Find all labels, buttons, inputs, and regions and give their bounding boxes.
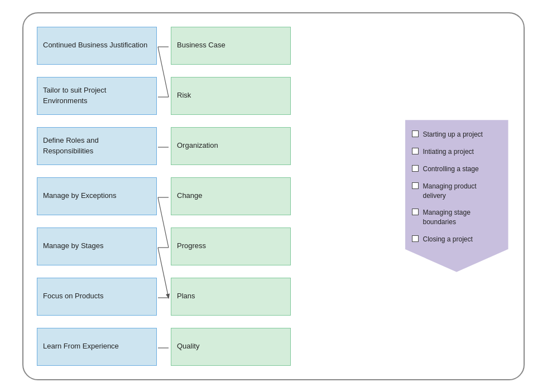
right-box-5: Plans [171, 278, 291, 316]
right-box-1: Risk [171, 77, 291, 115]
chevron-item-label: Starting up a project [423, 130, 483, 139]
left-box-5: Focus on Products [37, 278, 157, 316]
chevron-shape: Starting up a projectIntiating a project… [405, 120, 508, 272]
checkbox-icon [412, 165, 419, 172]
left-column: Continued Business JustificationTailor t… [37, 27, 165, 366]
left-box-3: Manage by Exceptions [37, 177, 157, 215]
checkbox-icon [412, 148, 419, 154]
chevron-item-4: Managing stage boundaries [412, 208, 500, 227]
right-box-6: Quality [171, 328, 291, 366]
chevron-item-label: Closing a project [423, 235, 473, 244]
main-diagram: Continued Business JustificationTailor t… [22, 12, 525, 380]
checkbox-icon [412, 182, 419, 189]
right-box-0: Business Case [171, 27, 291, 65]
checkbox-icon [412, 209, 419, 215]
chevron-item-label: Intiating a project [423, 147, 474, 157]
chevron-item-3: Managing product delivery [412, 182, 500, 201]
chevron-item-1: Intiating a project [412, 147, 500, 157]
left-box-2: Define Roles and Responsibilities [37, 127, 157, 165]
checkbox-icon [412, 130, 419, 137]
right-column: Starting up a projectIntiating a project… [401, 27, 512, 366]
left-box-6: Learn From Experience [37, 328, 157, 366]
right-box-2: Organization [171, 127, 291, 165]
checkbox-icon [412, 235, 419, 242]
chevron-panel: Starting up a projectIntiating a project… [405, 120, 508, 272]
chevron-item-label: Managing product delivery [423, 182, 500, 201]
right-box-3: Change [171, 177, 291, 215]
chevron-item-5: Closing a project [412, 235, 500, 244]
right-box-4: Progress [171, 228, 291, 265]
chevron-item-label: Controlling a stage [423, 164, 479, 174]
middle-column: Business CaseRiskOrganizationChangeProgr… [165, 27, 401, 366]
chevron-item-0: Starting up a project [412, 130, 500, 139]
left-box-1: Tailor to suit Project Environments [37, 77, 157, 115]
chevron-item-label: Managing stage boundaries [423, 208, 500, 227]
left-box-0: Continued Business Justification [37, 27, 157, 65]
left-box-4: Manage by Stages [37, 228, 157, 265]
chevron-item-2: Controlling a stage [412, 164, 500, 174]
